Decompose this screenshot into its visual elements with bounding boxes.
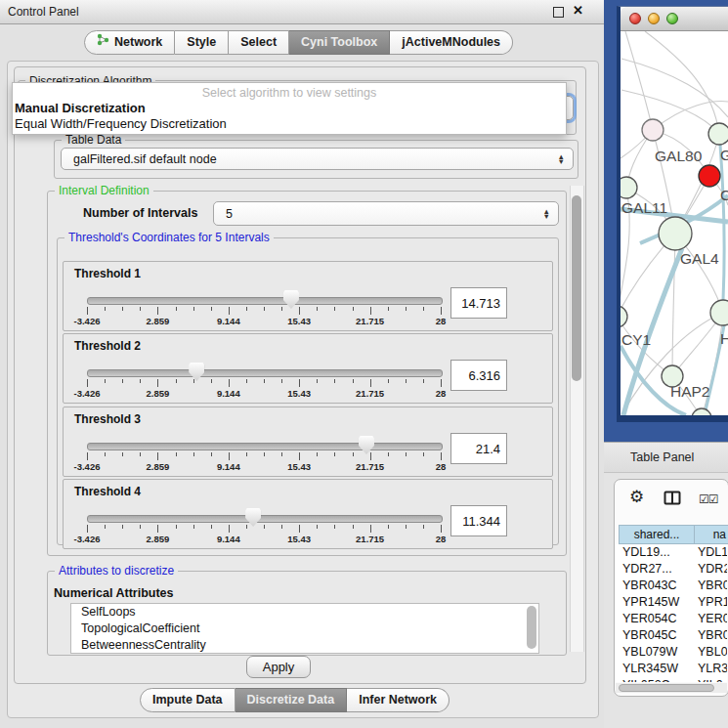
node-table-rows[interactable]: YDL19...YDL1YDR27...YDR2YBR043CYBR0YPR14… [616, 544, 727, 682]
table-row[interactable]: YPR145WYPR1 [616, 594, 727, 611]
table-hscrollbar-thumb[interactable] [619, 684, 714, 692]
tab-style[interactable]: Style [175, 30, 229, 55]
slider-tick [423, 452, 424, 456]
gear-icon[interactable]: ⚙ [629, 489, 644, 505]
node-gal4[interactable] [659, 217, 692, 250]
network-window-titlebar[interactable] [621, 7, 728, 31]
number-of-intervals-combobox[interactable]: 5 ▲▼ [213, 201, 559, 226]
tab-cyni-toolbox[interactable]: Cyni Toolbox [289, 30, 390, 55]
slider-track[interactable] [87, 297, 443, 305]
column-header-name[interactable]: na [694, 525, 728, 544]
network-edge[interactable] [621, 90, 719, 134]
table-cell-shared-name[interactable]: YDL19... [622, 544, 693, 561]
table-row[interactable]: YBR043CYBR0 [616, 578, 727, 594]
slider-track[interactable] [87, 443, 443, 450]
table-row[interactable]: YDR27...YDR2 [616, 561, 727, 578]
table-cell-name[interactable]: YBR0 [698, 578, 727, 594]
close-icon[interactable]: ✕ [573, 3, 583, 18]
tab-jactivemnodules[interactable]: jActiveMNodules [390, 30, 513, 55]
tab-discretize-data[interactable]: Discretize Data [236, 688, 348, 712]
network-edge[interactable] [702, 313, 723, 415]
node-red[interactable] [699, 165, 720, 187]
node-gal11[interactable] [621, 177, 637, 198]
threshold-value-field[interactable]: 11.344 [450, 505, 507, 536]
attribute-list-item[interactable]: TopologicalCoefficient [71, 621, 538, 637]
node-bottom[interactable] [692, 408, 711, 415]
table-cell-name[interactable]: YBR0 [698, 627, 727, 644]
node-table-panel: ⚙ ☑☑ shared... na YDL19...YDL1YDR27...YD… [614, 479, 728, 697]
network-edge[interactable] [672, 234, 675, 376]
slider-tick-label: 2.859 [128, 534, 187, 544]
column-header-shared-name[interactable]: shared... [619, 525, 695, 544]
node-top-right[interactable] [708, 123, 728, 145]
table-cell-shared-name[interactable]: YBL079W [622, 644, 693, 661]
slider-tick [140, 452, 141, 456]
zoom-traffic-light-icon[interactable] [666, 13, 678, 24]
table-row[interactable]: YBL079WYBL0 [616, 644, 727, 661]
table-cell-shared-name[interactable]: YIL052C [622, 677, 693, 682]
table-cell-name[interactable]: YBL0 [698, 644, 727, 661]
threshold-value-field[interactable]: 6.316 [450, 360, 507, 391]
table-row[interactable]: YBR045CYBR0 [616, 627, 727, 644]
slider-track[interactable] [87, 515, 443, 523]
network-edge[interactable] [625, 31, 653, 130]
threshold-value-field[interactable]: 14.713 [450, 287, 507, 319]
table-cell-shared-name[interactable]: YER054C [622, 611, 693, 627]
slider-thumb[interactable] [359, 436, 374, 454]
table-row[interactable]: YER054CYER0 [616, 611, 727, 627]
slider-tick [353, 307, 354, 311]
attribute-list-item[interactable]: BetweennessCentrality [71, 637, 538, 654]
node-gcy1[interactable] [621, 306, 627, 327]
threshold-value-field[interactable]: 21.4 [450, 433, 507, 464]
table-cell-name[interactable]: YLR3 [698, 661, 727, 677]
attribute-list-item[interactable]: SelfLoops [71, 604, 538, 621]
tab-select[interactable]: Select [229, 30, 289, 55]
table-cell-name[interactable]: YDL1 [698, 544, 727, 561]
network-edge[interactable] [645, 31, 719, 134]
table-hscrollbar-track[interactable] [616, 683, 727, 693]
slider-tick [246, 452, 247, 456]
slider-track[interactable] [87, 369, 443, 377]
slider-tick [193, 307, 194, 311]
attributes-list-scrollbar-thumb[interactable] [527, 606, 536, 649]
slider-tick [334, 307, 335, 311]
table-cell-name[interactable]: YER0 [698, 611, 727, 627]
table-row[interactable]: YLR345WYLR3 [616, 661, 727, 677]
network-view[interactable]: GAL80GGAL11CGAL4GCY1HHAP2 [621, 31, 728, 415]
slider-thumb[interactable] [283, 290, 299, 309]
threshold-label: Threshold 4 [74, 485, 141, 498]
numerical-attributes-list[interactable]: SelfLoopsTopologicalCoefficientBetweenne… [70, 603, 539, 654]
dropdown-item-equal-width-frequency[interactable]: Equal Width/Frequency Discretization [15, 116, 227, 131]
apply-button[interactable]: Apply [246, 656, 311, 678]
slider-thumb[interactable] [189, 363, 204, 381]
table-data-combobox[interactable]: galFiltered.sif default node ▲▼ [61, 148, 574, 170]
table-cell-name[interactable]: YPR1 [698, 594, 727, 611]
float-window-icon[interactable] [553, 7, 564, 18]
slider-tick [406, 307, 407, 311]
slider-tick [229, 379, 230, 387]
table-cell-name[interactable]: YDR2 [698, 561, 727, 578]
select-columns-checkboxes-icon[interactable]: ☑☑ [699, 492, 718, 506]
dropdown-item-manual-discretization[interactable]: Manual Discretization [15, 101, 146, 115]
close-traffic-light-icon[interactable] [629, 13, 641, 24]
table-cell-shared-name[interactable]: YBR045C [622, 627, 693, 644]
table-cell-name[interactable]: YIL0 [698, 677, 727, 682]
attributes-group-title: Attributes to discretize [55, 564, 178, 578]
table-cell-shared-name[interactable]: YLR345W [622, 661, 693, 677]
table-cell-shared-name[interactable]: YBR043C [622, 578, 693, 594]
slider-tick [122, 525, 123, 529]
tab-impute-data[interactable]: Impute Data [140, 688, 236, 712]
table-cell-shared-name[interactable]: YDR27... [622, 561, 693, 578]
tab-infer-network[interactable]: Infer Network [347, 688, 450, 712]
table-cell-shared-name[interactable]: YPR145W [622, 594, 693, 611]
node-h[interactable] [710, 300, 728, 325]
settings-scrollbar-thumb[interactable] [572, 195, 581, 381]
node-gal80[interactable] [642, 119, 664, 141]
minimize-traffic-light-icon[interactable] [648, 13, 660, 24]
split-columns-icon[interactable] [664, 491, 681, 509]
table-row[interactable]: YDL19...YDL1 [616, 544, 727, 561]
slider-thumb[interactable] [245, 508, 261, 527]
table-row[interactable]: YIL052CYIL0 [616, 677, 727, 682]
tab-network[interactable]: Network [84, 30, 175, 55]
network-edge[interactable] [621, 59, 728, 117]
